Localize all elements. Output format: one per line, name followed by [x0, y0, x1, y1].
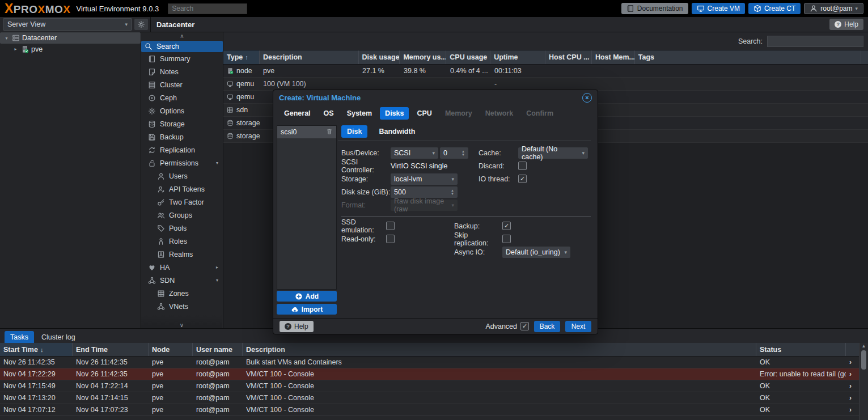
scrollbar-thumb[interactable] [861, 350, 866, 370]
sidebar-item-pools[interactable]: Pools [141, 222, 223, 235]
import-disk-button[interactable]: Import [277, 304, 337, 315]
task-row[interactable]: Nov 04 17:15:49Nov 04 17:22:14pveroot@pa… [0, 380, 868, 392]
storage-select[interactable]: local-lvm▾ [391, 173, 458, 185]
tab-general[interactable]: General [279, 107, 316, 120]
tree-item-pve[interactable]: ▸pve [0, 44, 141, 54]
user-icon [810, 5, 818, 12]
tab-cpu[interactable]: CPU [412, 107, 437, 120]
task-column-header-description[interactable]: Description [243, 343, 756, 356]
column-header-host-cpu[interactable]: Host CPU ... [545, 50, 592, 64]
sidebar-item-storage[interactable]: Storage [141, 117, 223, 130]
create-ct-button[interactable]: Create CT [748, 3, 801, 14]
column-header-uptime[interactable]: Uptime [490, 50, 545, 64]
sidebar-item-search[interactable]: Search [141, 41, 223, 52]
root-pam-button[interactable]: root@pam▾ [804, 3, 863, 14]
tree-settings-button[interactable] [134, 19, 148, 30]
sidebar-item-two-factor[interactable]: Two Factor [141, 196, 223, 209]
add-disk-button[interactable]: Add [277, 291, 337, 302]
task-column-header-end-time[interactable]: End Time [73, 343, 149, 356]
expand-cell[interactable]: › [846, 370, 859, 378]
expand-cell[interactable]: › [846, 358, 859, 366]
sidebar-item-realms[interactable]: Realms [141, 248, 223, 261]
sidebar-item-users[interactable]: Users [141, 169, 223, 183]
async-io-select[interactable]: Default (io_uring)▾ [502, 247, 570, 258]
sidebar-item-options[interactable]: Options [141, 104, 223, 117]
task-column-header-start-time[interactable]: Start Time↓ [0, 343, 73, 356]
menu-scroll-down-icon[interactable]: ∨ [141, 315, 222, 329]
io-thread-checkbox[interactable]: ✓ [518, 175, 527, 183]
task-column-header-node[interactable]: Node [149, 343, 193, 356]
tree-caret-icon[interactable]: ▸ [12, 46, 19, 52]
close-icon[interactable]: × [582, 93, 592, 103]
advanced-checkbox[interactable]: ✓ [520, 322, 529, 330]
read-only-checkbox[interactable] [386, 235, 395, 243]
task-row[interactable]: Nov 04 17:22:29Nov 26 11:42:35pveroot@pa… [0, 368, 868, 380]
sidebar-item-vnets[interactable]: VNets [141, 300, 223, 313]
cache-select[interactable]: Default (No cache)▾ [518, 147, 588, 159]
task-column-header-status[interactable]: Status [756, 343, 846, 356]
sidebar-item-summary[interactable]: Summary [141, 52, 223, 65]
sidebar-item-replication[interactable]: Replication [141, 143, 223, 156]
sidebar-item-groups[interactable]: Groups [141, 209, 223, 222]
discard-checkbox[interactable] [518, 162, 527, 170]
task-tab-tasks[interactable]: Tasks [5, 331, 34, 343]
tab-disks[interactable]: Disks [380, 107, 409, 120]
backup-checkbox[interactable]: ✓ [502, 222, 511, 230]
column-header-memory-us[interactable]: Memory us... [400, 50, 446, 64]
column-header-tags[interactable]: Tags [635, 50, 861, 64]
bus-device-select[interactable]: SCSI▾ [391, 147, 438, 159]
column-header-cpu-usage[interactable]: CPU usage [446, 50, 490, 64]
tab-os[interactable]: OS [319, 107, 339, 120]
sidebar-item-roles[interactable]: Roles [141, 235, 223, 248]
bus-device-number-stepper[interactable]: 0▲▼ [440, 147, 468, 159]
scroll-up-icon[interactable]: ▲ [862, 344, 866, 349]
menu-scroll-up-icon[interactable]: ∧ [141, 32, 223, 41]
sidebar-item-notes[interactable]: Notes [141, 65, 223, 78]
ssd-emulation-checkbox[interactable] [386, 222, 395, 230]
tab-system[interactable]: System [342, 107, 377, 120]
view-selector[interactable]: Server View ▾ [3, 18, 132, 31]
column-header-disk-usage[interactable]: Disk usage... [359, 50, 400, 64]
expand-cell[interactable]: › [846, 382, 859, 390]
column-header-type[interactable]: Type↑ [223, 50, 260, 64]
documentation-button[interactable]: Documentation [621, 3, 688, 14]
subtab-disk[interactable]: Disk [341, 125, 367, 138]
column-header-description[interactable]: Description [260, 50, 359, 64]
expand-cell[interactable]: › [846, 394, 859, 402]
disk-list-item-scsi0[interactable]: scsi0 [277, 126, 336, 138]
sidebar-item-ceph[interactable]: Ceph [141, 91, 223, 104]
sidebar-item-cluster[interactable]: Cluster [141, 78, 223, 91]
sidebar-item-backup[interactable]: Backup [141, 130, 223, 143]
create-vm-icon [697, 5, 705, 12]
global-search-input[interactable] [168, 3, 247, 14]
dialog-help-button[interactable]: ? Help [280, 321, 314, 332]
task-row[interactable]: Nov 26 11:42:35Nov 26 11:42:35pveroot@pa… [0, 357, 868, 368]
help-button[interactable]: ? Help [829, 19, 863, 30]
resource-row-qemu-100-vm-100[interactable]: qemu100 (VM 100)- [223, 78, 868, 91]
create-vm-button[interactable]: Create VM [692, 3, 745, 14]
sidebar-item-ha[interactable]: HA▸ [141, 261, 223, 274]
sidebar-item-zones[interactable]: Zones [141, 287, 223, 300]
resource-row-node-pve[interactable]: nodepve27.1 %39.8 %0.4% of 4 ...00:11:03 [223, 65, 868, 78]
expand-cell[interactable]: › [846, 406, 859, 414]
spinner-arrows-icon[interactable]: ▲▼ [461, 150, 465, 156]
task-scrollbar[interactable]: ▲ [859, 343, 868, 420]
disk-size-gib-stepper[interactable]: 500▲▼ [391, 186, 458, 198]
column-header-host-mem[interactable]: Host Mem... [592, 50, 635, 64]
tree-caret-icon[interactable]: ▾ [3, 36, 10, 41]
spinner-arrows-icon[interactable]: ▲▼ [451, 189, 454, 196]
subtab-bandwidth[interactable]: Bandwidth [373, 125, 421, 138]
back-button[interactable]: Back [534, 321, 560, 332]
tree-item-datacenter[interactable]: ▾Datacenter [0, 32, 141, 44]
task-row[interactable]: Nov 04 17:07:12Nov 04 17:07:23pveroot@pa… [0, 404, 868, 416]
task-row[interactable]: Nov 04 17:13:20Nov 04 17:14:15pveroot@pa… [0, 392, 868, 404]
trash-icon[interactable] [326, 128, 333, 137]
sidebar-item-api-tokens[interactable]: API Tokens [141, 183, 223, 196]
sidebar-item-sdn[interactable]: SDN▾ [141, 274, 223, 287]
sidebar-item-permissions[interactable]: Permissions▾ [141, 156, 223, 169]
skip-replication-checkbox[interactable] [502, 235, 511, 243]
next-button[interactable]: Next [565, 321, 591, 332]
task-tab-cluster-log[interactable]: Cluster log [36, 331, 81, 343]
resource-search-input[interactable] [767, 36, 863, 47]
task-column-header-user-name[interactable]: User name [193, 343, 243, 356]
